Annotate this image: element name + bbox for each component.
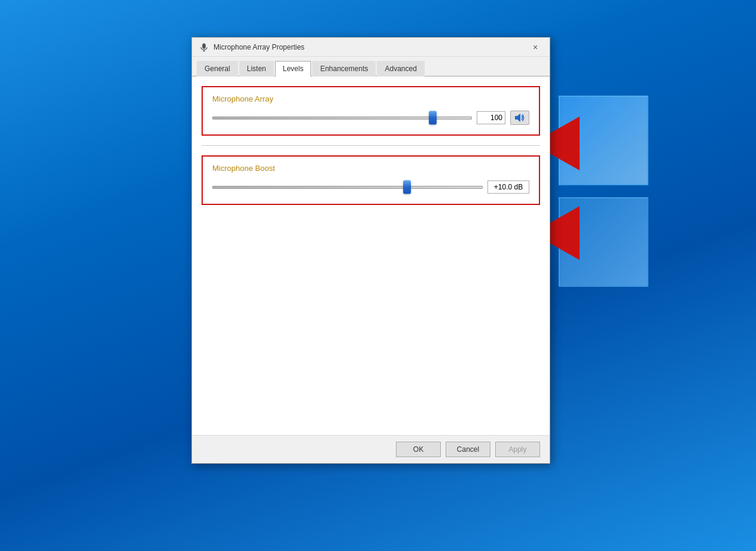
speaker-icon [514,112,525,123]
microphone-boost-slider-thumb[interactable] [403,180,411,194]
dialog-title-text: Microphone Array Properties [214,43,304,51]
svg-marker-4 [517,114,520,122]
tabs-container: General Listen Levels Enhancements Advan… [192,57,550,76]
microphone-boost-slider-row: +10.0 dB [212,180,529,194]
dialog-content: Microphone Array [192,76,550,435]
dialog-titlebar: Microphone Array Properties × [192,38,550,57]
tab-general[interactable]: General [197,61,238,76]
cancel-button[interactable]: Cancel [446,442,490,457]
apply-button[interactable]: Apply [495,442,540,457]
tab-enhancements[interactable]: Enhancements [312,61,376,76]
microphone-boost-slider-track [212,186,483,189]
tab-listen[interactable]: Listen [239,61,274,76]
tab-advanced[interactable]: Advanced [377,61,424,76]
microphone-icon [199,42,209,52]
microphone-array-section: Microphone Array [202,86,540,136]
dialog-window: Microphone Array Properties × General Li… [191,37,550,464]
svg-rect-3 [515,116,517,120]
desktop-background: Microphone Array Properties × General Li… [0,0,756,551]
microphone-array-title: Microphone Array [212,94,529,103]
dialog-title-left: Microphone Array Properties [199,42,304,52]
microphone-array-mute-button[interactable] [510,111,529,125]
dialog-footer: OK Cancel Apply [192,435,550,463]
section-divider [202,145,540,146]
close-button[interactable]: × [528,41,542,53]
microphone-boost-slider-container [212,180,483,194]
microphone-array-slider-track [212,117,472,120]
microphone-boost-section: Microphone Boost +10.0 dB [202,155,540,205]
microphone-array-slider-container [212,111,472,125]
microphone-array-slider-thumb[interactable] [429,111,437,125]
microphone-array-slider-row [212,111,529,125]
tab-levels[interactable]: Levels [275,61,312,76]
svg-point-0 [202,43,206,48]
microphone-boost-value: +10.0 dB [487,180,529,194]
microphone-boost-title: Microphone Boost [212,164,529,173]
ok-button[interactable]: OK [396,442,441,457]
microphone-array-value-input[interactable] [477,111,505,124]
